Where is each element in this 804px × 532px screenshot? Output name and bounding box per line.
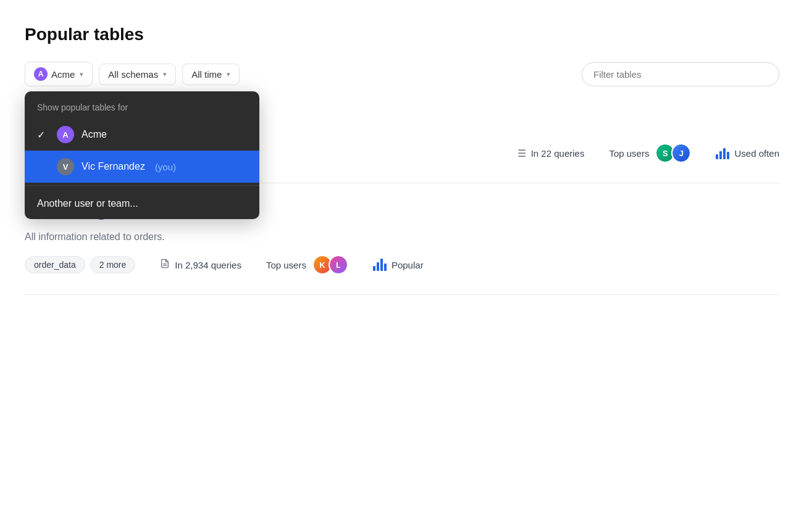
acme-label: Acme: [82, 129, 107, 140]
dropdown-item-another[interactable]: Another user or team...: [25, 188, 259, 219]
orders-bar-3: [380, 259, 383, 271]
another-label: Another user or team...: [37, 198, 138, 209]
schemas-chevron-icon: ▾: [163, 70, 167, 78]
orders-bar-4: [384, 264, 387, 271]
first-row-doc-icon: ☰: [517, 148, 526, 159]
orders-tag-1[interactable]: order_data: [25, 256, 85, 273]
orders-avatar-woman2-icon: L: [330, 256, 347, 273]
dropdown-item-vic[interactable]: V Vic Fernandez (you): [25, 151, 259, 183]
first-row-queries: ☰ In 22 queries: [517, 148, 585, 159]
filters-row: A Acme ▾ All schemas ▾ All time ▾ Show p…: [25, 62, 779, 86]
first-row-usage-icon: [716, 147, 729, 159]
acme-checkmark: ✓: [37, 129, 49, 141]
orders-top-users-label: Top users: [266, 260, 306, 270]
dropdown-divider: [25, 185, 259, 186]
orders-usage: Popular: [373, 259, 424, 271]
time-chevron-icon: ▾: [227, 70, 230, 78]
bar-1: [716, 154, 718, 159]
org-filter-button[interactable]: A Acme ▾: [25, 62, 93, 86]
orders-top-users: Top users K L: [266, 255, 348, 275]
orders-queries: In 2,934 queries: [160, 259, 241, 271]
org-chevron-icon: ▾: [80, 70, 83, 78]
orders-queries-text: In 2,934 queries: [175, 260, 241, 270]
first-row-usage-label: Used often: [734, 148, 779, 159]
orders-bar-2: [377, 262, 379, 271]
orders-avatars: K L: [312, 255, 348, 275]
schemas-filter-button[interactable]: All schemas ▾: [99, 64, 176, 85]
first-row-avatar-2: J: [671, 143, 691, 163]
time-filter-button[interactable]: All time ▾: [182, 64, 240, 85]
orders-description: All information related to orders.: [25, 231, 779, 243]
orders-meta-row: order_data 2 more In 2,934 queries Top u…: [25, 255, 779, 275]
bar-4: [727, 152, 729, 159]
vic-avatar: V: [57, 158, 74, 175]
filter-tables-input[interactable]: [582, 62, 779, 86]
bar-2: [719, 151, 722, 159]
vic-you-label: (you): [155, 162, 176, 172]
first-row-usage: Used often: [716, 147, 779, 159]
first-row-avatars: S J: [655, 143, 691, 163]
first-row-queries-text: In 22 queries: [531, 148, 585, 159]
orders-usage-label: Popular: [392, 260, 424, 270]
org-filter-label: Acme: [51, 69, 75, 80]
orders-tag-more[interactable]: 2 more: [90, 256, 136, 273]
orders-usage-icon: [373, 259, 387, 271]
bar-3: [723, 148, 726, 159]
schemas-filter-label: All schemas: [108, 69, 158, 80]
orders-bar-1: [373, 266, 375, 271]
avatar-man1-icon: J: [672, 144, 690, 162]
acme-avatar: A: [57, 126, 74, 143]
orders-avatar-2: L: [329, 255, 348, 275]
dropdown-header: Show popular tables for: [25, 91, 259, 118]
filter-input-wrapper: [582, 62, 779, 86]
first-row-top-users-label: Top users: [609, 148, 649, 159]
time-filter-label: All time: [191, 69, 222, 80]
first-row-top-users: Top users S J: [609, 143, 691, 163]
org-avatar: A: [34, 67, 48, 81]
org-dropdown: Show popular tables for ✓ A Acme V Vic F…: [25, 91, 259, 219]
orders-doc-icon: [160, 259, 170, 271]
vic-label: Vic Fernandez: [82, 161, 145, 172]
page-container: Popular tables A Acme ▾ All schemas ▾ Al…: [0, 0, 804, 295]
dropdown-item-acme[interactable]: ✓ A Acme: [25, 118, 259, 151]
orders-tags: order_data 2 more: [25, 256, 135, 273]
page-title: Popular tables: [25, 25, 779, 44]
